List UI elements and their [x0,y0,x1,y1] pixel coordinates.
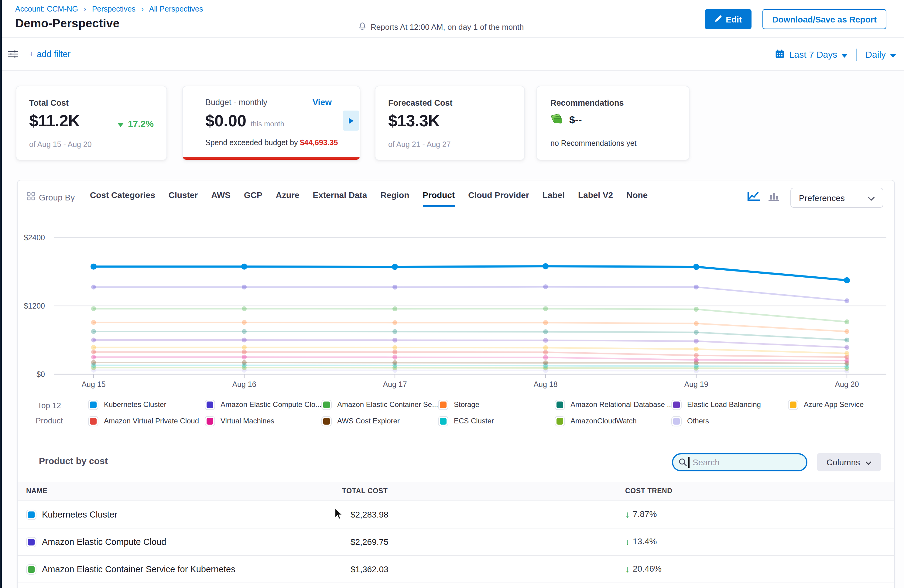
legend-item-storage[interactable]: Storage [438,399,479,410]
legend-item-ecs-cluster[interactable]: ECS Cluster [438,416,494,427]
data-point[interactable] [694,285,699,289]
data-point[interactable] [543,360,548,365]
groupby-tab-aws[interactable]: AWS [211,190,231,207]
series-line-ecs-cluster[interactable] [93,365,847,367]
data-point[interactable] [91,355,96,360]
series-line-aws-cost-explorer[interactable] [93,363,847,364]
data-point[interactable] [694,321,699,326]
data-point[interactable] [91,345,96,350]
legend-item-amazon-elastic-compute-clo[interactable]: Amazon Elastic Compute Clo... [205,399,321,410]
data-point[interactable] [242,360,247,365]
series-line-amazon-relational-database-service[interactable] [93,331,847,340]
data-point[interactable] [543,345,548,350]
table-row-amazon-elastic-container-service-for-kubernetes[interactable]: Amazon Elastic Container Service for Kub… [17,556,894,583]
data-point[interactable] [242,338,247,343]
data-point[interactable] [392,320,397,325]
data-point[interactable] [91,306,96,311]
data-point[interactable] [392,329,397,334]
data-point[interactable] [543,350,548,355]
series-line-amazon-elastic-compute-cloud[interactable] [93,287,847,301]
data-point[interactable] [392,285,397,290]
download-save-report-button[interactable]: Download/Save as Report [762,9,887,29]
data-point[interactable] [242,285,247,289]
groupby-tab-region[interactable]: Region [380,190,409,207]
data-point[interactable] [844,345,849,350]
series-line-amazon-elastic-container-service-for-kubernetes[interactable] [93,308,847,322]
add-filter-button[interactable]: + add filter [29,49,71,59]
filter-settings-icon[interactable] [8,50,18,61]
series-line-amazoncloudwatch[interactable] [93,367,847,368]
data-point[interactable] [844,277,850,283]
date-range-selector[interactable]: Last 7 Days [789,49,847,60]
edit-button[interactable]: Edit [705,9,752,29]
data-point[interactable] [844,338,849,343]
breadcrumb-perspectives[interactable]: Perspectives [92,5,136,13]
data-point[interactable] [694,357,699,362]
columns-dropdown-button[interactable]: Columns [817,453,881,471]
data-point[interactable] [392,307,397,311]
data-point[interactable] [693,264,699,270]
data-point[interactable] [242,349,247,354]
groupby-tab-cost-categories[interactable]: Cost Categories [90,190,155,207]
data-point[interactable] [392,264,398,270]
table-row-amazon-elastic-compute-cloud[interactable]: Amazon Elastic Compute Cloud$2,269.75↓13… [17,528,894,556]
data-point[interactable] [91,285,96,289]
data-point[interactable] [392,355,397,360]
groupby-tab-product[interactable]: Product [422,190,455,207]
data-point[interactable] [543,338,548,343]
column-header-total-cost[interactable]: TOTAL COST [342,487,387,495]
cost-trend-chart[interactable]: $0$1200$2400Aug 15Aug 16Aug 17Aug 18Aug … [17,230,896,389]
next-budget-arrow-button[interactable] [343,111,359,131]
data-point[interactable] [241,264,247,270]
data-point[interactable] [543,320,548,325]
data-point[interactable] [242,355,247,360]
data-point[interactable] [844,298,849,303]
groupby-tab-external-data[interactable]: External Data [313,190,367,207]
series-line-kubernetes-cluster[interactable] [93,266,847,280]
data-point[interactable] [694,330,699,335]
data-point[interactable] [242,320,247,325]
data-point[interactable] [91,329,96,334]
legend-item-amazon-virtual-private-cloud[interactable]: Amazon Virtual Private Cloud [88,416,199,427]
breadcrumb-all-perspectives[interactable]: All Perspectives [149,5,203,13]
data-point[interactable] [543,329,548,334]
legend-item-azure-app-service[interactable]: Azure App Service [788,399,864,410]
groupby-tab-label[interactable]: Label [542,190,565,207]
series-line-virtual-machines[interactable] [93,357,847,360]
data-point[interactable] [844,329,849,334]
line-chart-mode-icon[interactable] [747,191,761,204]
data-point[interactable] [694,347,699,352]
data-point[interactable] [844,319,849,324]
legend-item-aws-cost-explorer[interactable]: AWS Cost Explorer [321,416,400,427]
data-point[interactable] [392,338,397,343]
search-input[interactable] [672,453,808,471]
preferences-dropdown[interactable]: Preferences [790,188,883,208]
bar-chart-mode-icon[interactable] [768,191,780,204]
series-line-amazon-virtual-private-cloud[interactable] [93,352,847,357]
groupby-tab-azure[interactable]: Azure [276,190,300,207]
breadcrumb-account[interactable]: Account: CCM-NG [15,5,78,13]
column-header-cost-trend[interactable]: COST TREND [625,487,673,495]
data-point[interactable] [542,263,548,269]
legend-item-virtual-machines[interactable]: Virtual Machines [205,416,274,427]
groupby-tab-cluster[interactable]: Cluster [169,190,198,207]
series-line-elastic-load-balancing[interactable] [93,340,847,348]
groupby-tab-cloud-provider[interactable]: Cloud Provider [468,190,529,207]
legend-item-amazoncloudwatch[interactable]: AmazonCloudWatch [555,416,637,427]
legend-item-amazon-relational-database[interactable]: Amazon Relational Database ... [555,399,673,410]
legend-item-others[interactable]: Others [671,416,709,427]
data-point[interactable] [543,355,548,360]
groupby-tab-label-v2[interactable]: Label V2 [578,190,613,207]
data-point[interactable] [242,345,247,350]
table-row-kubernetes-cluster[interactable]: Kubernetes Cluster$2,283.98↓7.87% [17,501,894,528]
series-line-storage[interactable] [93,322,847,331]
legend-item-kubernetes-cluster[interactable]: Kubernetes Cluster [88,399,166,410]
groupby-tab-none[interactable]: None [626,190,648,207]
legend-item-amazon-elastic-container-se[interactable]: Amazon Elastic Container Se... [321,399,438,410]
granularity-selector[interactable]: Daily [865,49,896,60]
data-point[interactable] [242,329,247,334]
groupby-tab-gcp[interactable]: GCP [244,190,262,207]
data-point[interactable] [91,338,96,343]
data-point[interactable] [91,360,96,365]
data-point[interactable] [392,349,397,354]
